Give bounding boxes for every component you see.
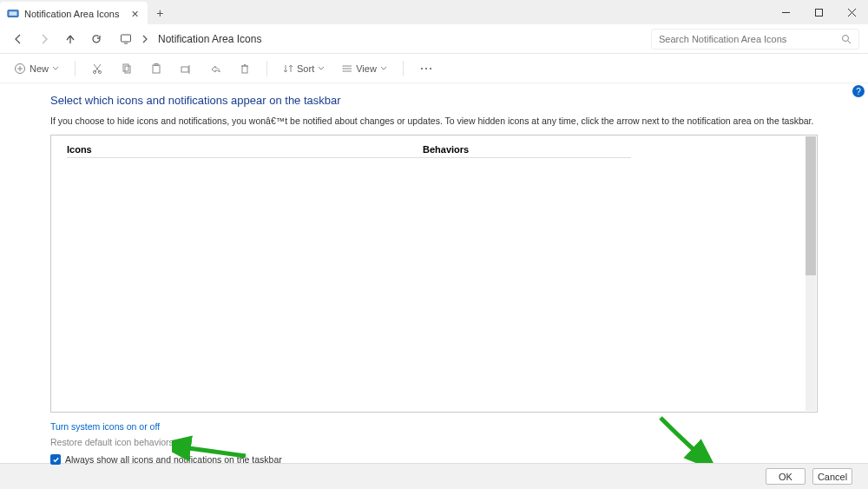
chevron-down-icon — [52, 65, 59, 72]
search-input[interactable] — [659, 34, 841, 44]
svg-rect-6 — [122, 35, 131, 42]
link-restore-defaults[interactable]: Restore default icon behaviors — [50, 437, 818, 447]
monitor-icon — [120, 33, 132, 45]
sort-label: Sort — [297, 63, 314, 74]
breadcrumb-chevron-icon[interactable] — [141, 35, 149, 43]
nav-back-button[interactable] — [9, 30, 28, 49]
window-minimize-button[interactable] — [769, 0, 802, 24]
page-heading: Select which icons and notifications app… — [50, 94, 818, 107]
view-button[interactable]: View — [339, 58, 391, 79]
page-content: ? Select which icons and notifications a… — [0, 83, 868, 463]
svg-point-30 — [343, 68, 344, 69]
vertical-scrollbar[interactable] — [806, 136, 816, 411]
always-show-checkbox-label: Always show all icons and notifications … — [65, 454, 282, 465]
svg-rect-1 — [10, 11, 17, 15]
svg-rect-3 — [815, 9, 822, 16]
paste-button[interactable] — [147, 58, 166, 79]
tab-title: Notification Area Icons — [24, 9, 119, 19]
share-button[interactable] — [206, 58, 225, 79]
search-field[interactable] — [651, 29, 859, 50]
svg-point-31 — [343, 70, 344, 71]
svg-rect-18 — [125, 66, 130, 73]
column-header-icons[interactable]: Icons — [67, 144, 423, 155]
breadcrumb-title: Notification Area Icons — [158, 33, 261, 45]
control-panel-icon — [7, 8, 19, 20]
window-close-button[interactable] — [835, 0, 868, 24]
nav-up-button[interactable] — [61, 30, 80, 49]
tab-close-icon[interactable]: ✕ — [131, 9, 139, 20]
svg-point-32 — [421, 68, 423, 69]
nav-forward-button[interactable] — [35, 30, 54, 49]
new-label: New — [30, 63, 49, 74]
window-titlebar: Notification Area Icons ✕ + — [0, 0, 868, 24]
icon-behavior-table-frame: Icons Behaviors — [50, 135, 818, 413]
svg-rect-19 — [153, 65, 160, 73]
svg-point-34 — [430, 68, 431, 69]
view-label: View — [356, 63, 377, 74]
help-icon[interactable]: ? — [852, 85, 865, 97]
page-subtext: If you choose to hide icons and notifica… — [50, 116, 818, 126]
delete-button[interactable] — [235, 58, 254, 79]
scrollbar-thumb[interactable] — [806, 136, 816, 275]
svg-point-8 — [843, 35, 849, 41]
cancel-button[interactable]: Cancel — [812, 468, 852, 485]
window-maximize-button[interactable] — [802, 0, 835, 24]
address-bar: Notification Area Icons — [0, 24, 868, 54]
cut-button[interactable] — [88, 58, 107, 79]
new-button[interactable]: New — [10, 58, 62, 79]
svg-point-29 — [343, 65, 344, 66]
svg-line-9 — [848, 41, 851, 43]
chevron-down-icon — [380, 65, 387, 72]
more-button[interactable] — [416, 58, 437, 79]
rename-button[interactable] — [176, 58, 195, 79]
browser-tab[interactable]: Notification Area Icons ✕ — [0, 2, 148, 26]
column-header-behaviors[interactable]: Behaviors — [423, 144, 469, 155]
always-show-checkbox[interactable] — [50, 454, 61, 465]
nav-refresh-button[interactable] — [87, 30, 106, 49]
search-icon[interactable] — [841, 34, 852, 44]
dialog-footer: OK Cancel — [0, 463, 868, 489]
sort-button[interactable]: Sort — [279, 58, 328, 79]
command-toolbar: New Sort View — [0, 54, 868, 83]
link-system-icons[interactable]: Turn system icons on or off — [50, 421, 818, 432]
svg-rect-23 — [242, 66, 247, 73]
svg-rect-17 — [123, 64, 128, 71]
ok-button[interactable]: OK — [766, 468, 806, 485]
copy-button[interactable] — [117, 58, 136, 79]
chevron-down-icon — [318, 65, 325, 72]
new-tab-button[interactable]: + — [148, 2, 172, 24]
svg-point-33 — [425, 68, 427, 69]
svg-rect-21 — [181, 67, 188, 72]
